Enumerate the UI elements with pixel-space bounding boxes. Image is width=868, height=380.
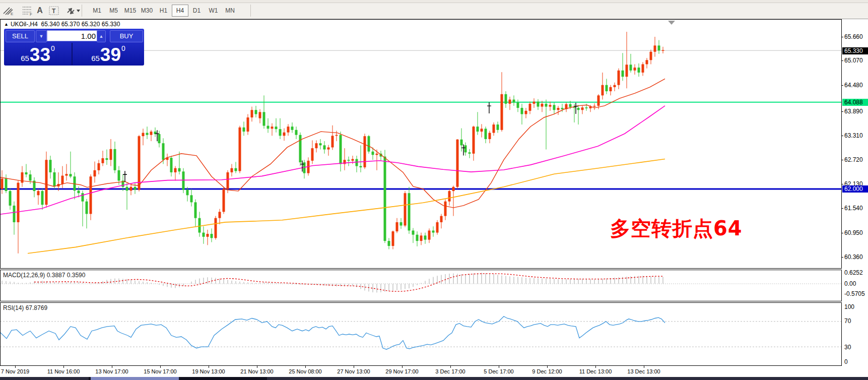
sell-price-display[interactable]: 65330 xyxy=(4,43,73,65)
rsi-indicator-panel[interactable] xyxy=(0,302,842,366)
time-axis-tick xyxy=(209,366,209,368)
buy-price-display[interactable]: 65390 xyxy=(73,43,144,65)
time-axis-label: 15 Nov 17:00 xyxy=(144,368,176,374)
price-axis-label: 60.950 xyxy=(844,230,863,236)
rsi-axis-label: 0 xyxy=(844,359,848,365)
symbol-period-label: UKOil-,H4 xyxy=(11,21,38,28)
time-axis-tick xyxy=(15,366,16,368)
time-axis-tick xyxy=(160,366,161,368)
macd-axis-label: -0.5705 xyxy=(844,291,865,297)
buy-price-point: 0 xyxy=(121,44,125,52)
rsi-axis-label: 30 xyxy=(844,344,851,351)
main-toolbar: E F A T M1M5M15M30H1H4D1W1MN xyxy=(0,3,868,19)
price-axis-label: 65.660 xyxy=(844,34,863,40)
price-axis-tick xyxy=(841,257,843,258)
buy-button[interactable]: BUY xyxy=(110,30,143,42)
sell-price-pips: 33 xyxy=(30,45,50,65)
mt4-terminal-window: { "toolbar": { "icons": [ {"name": "equi… xyxy=(0,0,868,380)
volume-input[interactable] xyxy=(47,30,98,41)
buy-price-handle: 65 xyxy=(91,54,100,62)
toolbar-separator xyxy=(82,5,82,17)
time-axis-tick xyxy=(112,366,112,368)
price-axis-tick xyxy=(841,160,843,160)
sell-price-handle: 65 xyxy=(21,54,29,62)
price-axis-label: 65.070 xyxy=(844,57,863,64)
time-axis-tick xyxy=(257,366,257,368)
equidistant-channel-icon[interactable]: E xyxy=(1,4,16,17)
slow-ma-line xyxy=(28,159,665,254)
timeframe-d1-button[interactable]: D1 xyxy=(188,5,205,17)
timeframe-m5-button[interactable]: M5 xyxy=(105,5,122,17)
time-axis-tick xyxy=(644,366,644,368)
timeframe-w1-button[interactable]: W1 xyxy=(205,5,222,17)
price-axis-label: 60.360 xyxy=(844,254,863,261)
macd-axis-label: 0.00 xyxy=(844,281,856,287)
medium-ma-line xyxy=(0,106,665,214)
timeframe-mn-button[interactable]: MN xyxy=(222,5,238,17)
rsi-axis-label: 100 xyxy=(844,304,854,310)
time-axis-label: 19 Nov 13:00 xyxy=(192,368,225,374)
arrow-objects-icon[interactable] xyxy=(65,4,81,17)
time-axis-label: 7 Nov 2019 xyxy=(1,368,29,374)
sell-button[interactable]: SELL xyxy=(6,30,35,42)
time-axis-tick xyxy=(547,366,548,368)
price-axis-label: 64.480 xyxy=(844,82,863,89)
chinese-annotation-text: 多空转折点64 xyxy=(610,215,743,242)
price-axis-tick xyxy=(841,111,843,112)
macd-label: MACD(12,26,9) 0.3887 0.3590 xyxy=(3,272,85,279)
text-tool-icon[interactable]: A xyxy=(32,4,47,17)
rsi-axis-label: 70 xyxy=(844,318,851,325)
text-label-icon[interactable]: T xyxy=(46,4,61,17)
time-axis-label: 25 Nov 08:00 xyxy=(289,368,321,374)
time-axis-label: 11 Nov 16:00 xyxy=(47,368,80,374)
chart-shift-triangle-icon xyxy=(668,21,675,25)
macd-signal-line xyxy=(34,274,663,291)
symbol-marker-icon: ▲ xyxy=(4,22,9,27)
buy-price-pips: 39 xyxy=(100,45,121,65)
price-axis-tick xyxy=(841,85,843,86)
time-axis-label: 21 Nov 13:00 xyxy=(240,368,273,374)
time-axis-tick xyxy=(499,366,499,368)
time-axis-label: 27 Nov 13:00 xyxy=(337,368,370,374)
price-axis-label: 63.310 xyxy=(844,133,863,139)
price-axis-tick xyxy=(841,60,843,61)
timeframe-buttons: M1M5M15M30H1H4D1W1MN xyxy=(89,4,238,17)
time-axis-tick xyxy=(305,366,306,368)
chart-tab-active[interactable] xyxy=(91,377,179,380)
ohlc-quotes: 65.340 65.370 65.320 65.330 xyxy=(41,21,120,28)
green-level-badge: 64.088 xyxy=(842,99,868,106)
timeframe-m1-button[interactable]: M1 xyxy=(89,5,105,17)
macd-axis-label: 0.6252 xyxy=(844,270,863,276)
time-axis-label: 9 Dec 12:00 xyxy=(532,368,562,374)
timeframe-m30-button[interactable]: M30 xyxy=(139,5,155,17)
blue-level-badge: 62.000 xyxy=(842,185,868,193)
price-axis-tick xyxy=(841,136,843,136)
current-price-badge: 65.330 xyxy=(842,47,868,54)
chart-tab[interactable] xyxy=(0,377,89,380)
macd-indicator-panel[interactable] xyxy=(0,270,842,301)
one-click-trade-panel: SELL ▼ ▲ BUY 65330 65390 xyxy=(4,29,144,66)
cross-marker xyxy=(123,171,127,182)
cross-marker xyxy=(487,102,491,113)
volume-decrease-button[interactable]: ▼ xyxy=(36,30,47,42)
price-axis-label: 63.890 xyxy=(844,108,863,115)
time-axis-tick xyxy=(354,366,354,368)
price-axis-tick xyxy=(841,208,843,209)
timeframe-m15-button[interactable]: M15 xyxy=(122,5,139,17)
chart-title: ▲UKOil-,H4 65.340 65.370 65.320 65.330 xyxy=(4,21,120,28)
time-axis-label: 5 Dec 17:00 xyxy=(484,368,513,374)
time-axis-tick xyxy=(595,366,596,368)
volume-increase-button[interactable]: ▲ xyxy=(97,30,106,42)
price-axis-tick xyxy=(841,233,843,233)
price-axis-label: 61.540 xyxy=(844,205,863,212)
time-axis-label: 29 Nov 17:00 xyxy=(385,368,418,374)
time-axis-tick xyxy=(450,366,451,368)
timeframe-h4-button[interactable]: H4 xyxy=(172,5,188,17)
svg-text:T: T xyxy=(52,8,56,15)
time-axis-tick xyxy=(402,366,403,368)
timeframe-h1-button[interactable]: H1 xyxy=(155,5,172,17)
bottom-tab-strip xyxy=(0,377,868,380)
time-axis-tick xyxy=(63,366,64,368)
time-axis-label: 3 Dec 17:00 xyxy=(435,368,465,374)
price-axis-tick xyxy=(841,37,843,37)
